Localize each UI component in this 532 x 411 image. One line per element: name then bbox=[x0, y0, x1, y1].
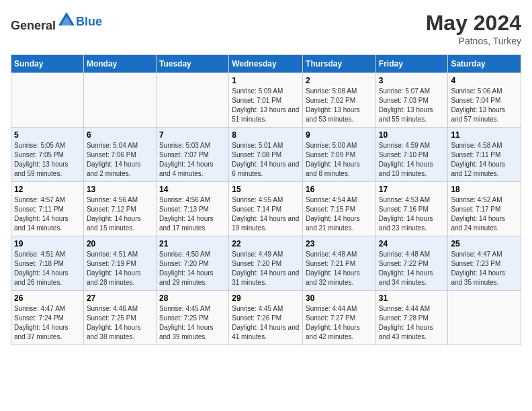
day-info: Sunrise: 4:53 AMSunset: 7:16 PMDaylight:… bbox=[379, 195, 445, 233]
calendar-week-row: 19Sunrise: 4:51 AMSunset: 7:18 PMDayligh… bbox=[11, 236, 521, 291]
day-info: Sunrise: 5:08 AMSunset: 7:02 PMDaylight:… bbox=[306, 87, 373, 124]
calendar-cell: 13Sunrise: 4:56 AMSunset: 7:12 PMDayligh… bbox=[83, 182, 156, 236]
day-number: 22 bbox=[232, 239, 300, 248]
day-number: 25 bbox=[451, 239, 518, 248]
logo-blue: Blue bbox=[76, 15, 102, 28]
day-number: 1 bbox=[232, 76, 300, 85]
day-info: Sunrise: 4:58 AMSunset: 7:11 PMDaylight:… bbox=[451, 141, 518, 179]
day-number: 6 bbox=[87, 130, 153, 140]
calendar-cell: 12Sunrise: 4:57 AMSunset: 7:11 PMDayligh… bbox=[11, 182, 84, 236]
day-info: Sunrise: 4:56 AMSunset: 7:13 PMDaylight:… bbox=[159, 195, 226, 233]
calendar-cell: 28Sunrise: 4:45 AMSunset: 7:25 PMDayligh… bbox=[156, 291, 228, 345]
calendar-cell: 24Sunrise: 4:48 AMSunset: 7:22 PMDayligh… bbox=[375, 236, 448, 291]
calendar-week-row: 26Sunrise: 4:47 AMSunset: 7:24 PMDayligh… bbox=[11, 291, 521, 345]
day-info: Sunrise: 4:57 AMSunset: 7:11 PMDaylight:… bbox=[14, 195, 81, 233]
calendar-cell bbox=[156, 73, 228, 128]
calendar-cell: 23Sunrise: 4:48 AMSunset: 7:21 PMDayligh… bbox=[303, 236, 376, 291]
calendar-cell: 25Sunrise: 4:47 AMSunset: 7:23 PMDayligh… bbox=[448, 236, 521, 291]
day-number: 18 bbox=[451, 185, 518, 194]
calendar-cell: 18Sunrise: 4:52 AMSunset: 7:17 PMDayligh… bbox=[448, 182, 521, 236]
day-number: 29 bbox=[232, 293, 300, 303]
calendar-table: SundayMondayTuesdayWednesdayThursdayFrid… bbox=[11, 54, 521, 345]
day-number: 10 bbox=[379, 130, 445, 140]
day-number: 5 bbox=[14, 130, 81, 140]
day-number: 23 bbox=[306, 239, 373, 248]
weekday-header: Wednesday bbox=[229, 55, 303, 73]
day-info: Sunrise: 4:48 AMSunset: 7:21 PMDaylight:… bbox=[306, 250, 373, 287]
day-info: Sunrise: 4:47 AMSunset: 7:24 PMDaylight:… bbox=[14, 304, 81, 342]
day-number: 13 bbox=[87, 185, 153, 194]
calendar-cell: 9Sunrise: 5:00 AMSunset: 7:09 PMDaylight… bbox=[303, 128, 376, 182]
calendar-cell: 4Sunrise: 5:06 AMSunset: 7:04 PMDaylight… bbox=[448, 73, 521, 128]
logo-icon bbox=[57, 11, 76, 30]
day-number: 28 bbox=[159, 293, 226, 303]
day-info: Sunrise: 5:01 AMSunset: 7:08 PMDaylight:… bbox=[232, 141, 300, 179]
calendar-cell: 3Sunrise: 5:07 AMSunset: 7:03 PMDaylight… bbox=[375, 73, 448, 128]
day-number: 21 bbox=[159, 239, 226, 248]
calendar-cell: 19Sunrise: 4:51 AMSunset: 7:18 PMDayligh… bbox=[11, 236, 84, 291]
day-number: 14 bbox=[159, 185, 226, 194]
logo-general: General bbox=[11, 19, 56, 32]
day-number: 20 bbox=[87, 239, 153, 248]
day-number: 17 bbox=[379, 185, 445, 194]
day-info: Sunrise: 4:45 AMSunset: 7:26 PMDaylight:… bbox=[232, 304, 300, 342]
day-info: Sunrise: 4:51 AMSunset: 7:18 PMDaylight:… bbox=[14, 250, 81, 287]
calendar-cell: 5Sunrise: 5:05 AMSunset: 7:05 PMDaylight… bbox=[11, 128, 84, 182]
logo: General Blue bbox=[11, 11, 102, 33]
calendar-cell: 20Sunrise: 4:51 AMSunset: 7:19 PMDayligh… bbox=[83, 236, 156, 291]
calendar-cell: 6Sunrise: 5:04 AMSunset: 7:06 PMDaylight… bbox=[83, 128, 156, 182]
day-number: 12 bbox=[14, 185, 81, 194]
title-block: May 2024 Patnos, Turkey bbox=[426, 11, 521, 46]
day-number: 3 bbox=[379, 76, 445, 85]
weekday-header: Thursday bbox=[303, 55, 376, 73]
day-info: Sunrise: 4:56 AMSunset: 7:12 PMDaylight:… bbox=[87, 195, 153, 233]
calendar-cell: 11Sunrise: 4:58 AMSunset: 7:11 PMDayligh… bbox=[448, 128, 521, 182]
day-info: Sunrise: 4:46 AMSunset: 7:25 PMDaylight:… bbox=[87, 304, 153, 342]
calendar-cell: 30Sunrise: 4:44 AMSunset: 7:27 PMDayligh… bbox=[303, 291, 376, 345]
calendar-cell bbox=[448, 291, 521, 345]
calendar-cell: 14Sunrise: 4:56 AMSunset: 7:13 PMDayligh… bbox=[156, 182, 228, 236]
day-info: Sunrise: 4:44 AMSunset: 7:28 PMDaylight:… bbox=[379, 304, 445, 342]
page-title: May 2024 bbox=[426, 11, 521, 36]
calendar-week-row: 5Sunrise: 5:05 AMSunset: 7:05 PMDaylight… bbox=[11, 128, 521, 182]
day-info: Sunrise: 4:55 AMSunset: 7:14 PMDaylight:… bbox=[232, 195, 300, 233]
day-number: 15 bbox=[232, 185, 300, 194]
weekday-header: Monday bbox=[83, 55, 156, 73]
day-number: 16 bbox=[306, 185, 373, 194]
day-info: Sunrise: 4:59 AMSunset: 7:10 PMDaylight:… bbox=[379, 141, 445, 179]
calendar-cell: 8Sunrise: 5:01 AMSunset: 7:08 PMDaylight… bbox=[229, 128, 303, 182]
day-info: Sunrise: 5:07 AMSunset: 7:03 PMDaylight:… bbox=[379, 87, 445, 124]
day-number: 24 bbox=[379, 239, 445, 248]
day-info: Sunrise: 4:52 AMSunset: 7:17 PMDaylight:… bbox=[451, 195, 518, 233]
calendar-cell: 1Sunrise: 5:09 AMSunset: 7:01 PMDaylight… bbox=[229, 73, 303, 128]
calendar-cell: 27Sunrise: 4:46 AMSunset: 7:25 PMDayligh… bbox=[83, 291, 156, 345]
day-info: Sunrise: 4:47 AMSunset: 7:23 PMDaylight:… bbox=[451, 250, 518, 287]
calendar-cell: 31Sunrise: 4:44 AMSunset: 7:28 PMDayligh… bbox=[375, 291, 448, 345]
calendar-cell: 22Sunrise: 4:49 AMSunset: 7:20 PMDayligh… bbox=[229, 236, 303, 291]
weekday-header: Sunday bbox=[11, 55, 84, 73]
day-number: 2 bbox=[306, 76, 373, 85]
day-number: 19 bbox=[14, 239, 81, 248]
calendar-cell: 10Sunrise: 4:59 AMSunset: 7:10 PMDayligh… bbox=[375, 128, 448, 182]
weekday-header: Saturday bbox=[448, 55, 521, 73]
calendar-cell: 17Sunrise: 4:53 AMSunset: 7:16 PMDayligh… bbox=[375, 182, 448, 236]
day-info: Sunrise: 5:09 AMSunset: 7:01 PMDaylight:… bbox=[232, 87, 300, 124]
day-number: 8 bbox=[232, 130, 300, 140]
day-info: Sunrise: 4:54 AMSunset: 7:15 PMDaylight:… bbox=[306, 195, 373, 233]
day-info: Sunrise: 4:51 AMSunset: 7:19 PMDaylight:… bbox=[87, 250, 153, 287]
calendar-week-row: 12Sunrise: 4:57 AMSunset: 7:11 PMDayligh… bbox=[11, 182, 521, 236]
calendar-cell bbox=[11, 73, 84, 128]
day-number: 11 bbox=[451, 130, 518, 140]
day-number: 9 bbox=[306, 130, 373, 140]
calendar-cell: 29Sunrise: 4:45 AMSunset: 7:26 PMDayligh… bbox=[229, 291, 303, 345]
day-info: Sunrise: 5:06 AMSunset: 7:04 PMDaylight:… bbox=[451, 87, 518, 124]
day-info: Sunrise: 5:03 AMSunset: 7:07 PMDaylight:… bbox=[159, 141, 226, 179]
day-info: Sunrise: 4:44 AMSunset: 7:27 PMDaylight:… bbox=[306, 304, 373, 342]
calendar-cell: 7Sunrise: 5:03 AMSunset: 7:07 PMDaylight… bbox=[156, 128, 228, 182]
calendar-week-row: 1Sunrise: 5:09 AMSunset: 7:01 PMDaylight… bbox=[11, 73, 521, 128]
day-info: Sunrise: 4:48 AMSunset: 7:22 PMDaylight:… bbox=[379, 250, 445, 287]
day-number: 31 bbox=[379, 293, 445, 303]
day-number: 4 bbox=[451, 76, 518, 85]
calendar-cell: 26Sunrise: 4:47 AMSunset: 7:24 PMDayligh… bbox=[11, 291, 84, 345]
calendar-cell: 2Sunrise: 5:08 AMSunset: 7:02 PMDaylight… bbox=[303, 73, 376, 128]
